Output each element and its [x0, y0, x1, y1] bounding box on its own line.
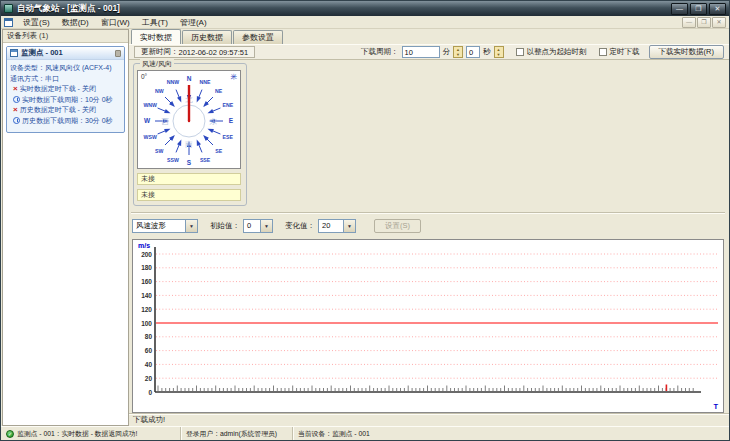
svg-text:140: 140 — [141, 292, 152, 299]
spin-down-icon[interactable]: ▼ — [495, 52, 503, 57]
menubar: 设置(S) 数据(D) 窗口(W) 工具(T) 管理(A) — ❐ ✕ — [1, 16, 729, 29]
clock-icon — [13, 117, 20, 124]
menu-tools[interactable]: 工具(T) — [136, 16, 174, 28]
timed-download-label: 定时下载 — [610, 47, 640, 57]
svg-text:W: W — [144, 117, 151, 124]
svg-text:60: 60 — [145, 347, 153, 354]
mdi-window-controls: — ❐ ✕ — [681, 17, 726, 28]
chevron-down-icon[interactable]: ▼ — [185, 220, 197, 232]
update-time-label: 更新时间： — [141, 47, 179, 57]
initial-value-label: 初始值： — [210, 221, 240, 231]
spin-down-icon[interactable]: ▼ — [454, 52, 462, 57]
seconds-input[interactable]: 0 — [466, 46, 480, 58]
status-device-cell: 当前设备：监测点 - 001 — [293, 427, 729, 440]
chevron-down-icon[interactable]: ▼ — [260, 220, 272, 232]
minutes-stepper[interactable]: ▲▼ — [453, 46, 463, 58]
maximize-button[interactable]: ❐ — [690, 3, 707, 15]
device-panel: 监测点 - 001 设备类型：风速风向仪 (ACFX-4) 通讯方式：串口 ×实… — [6, 46, 125, 133]
wind-speed-field: 未接 — [137, 173, 241, 185]
waveform-select[interactable]: 风速波形 ▼ — [132, 219, 198, 233]
svg-text:80: 80 — [145, 333, 153, 340]
horizontal-divider — [131, 212, 725, 214]
tab-strip: 实时数据 历史数据 参数设置 — [129, 29, 729, 44]
wind-degree-value: 0° — [141, 73, 147, 80]
svg-text:40: 40 — [145, 361, 153, 368]
delta-value-label: 变化值： — [285, 221, 315, 231]
device-comm-line: 通讯方式：串口 — [10, 74, 122, 85]
download-status-message: 下载成功! — [129, 413, 729, 426]
x-icon: × — [13, 85, 18, 93]
realtime-period-line: 实时数据下载周期：10分 0秒 — [10, 95, 122, 106]
device-list: 监测点 - 001 设备类型：风速风向仪 (ACFX-4) 通讯方式：串口 ×实… — [3, 43, 128, 425]
svg-text:SE: SE — [215, 148, 222, 154]
svg-text:西: 西 — [161, 117, 169, 126]
svg-text:ESE: ESE — [223, 134, 234, 140]
svg-text:120: 120 — [141, 306, 152, 313]
svg-text:ENE: ENE — [222, 102, 233, 108]
svg-text:E: E — [229, 117, 234, 124]
svg-text:160: 160 — [141, 278, 152, 285]
wind-speed-chart: m/s 020406080100120140160180200 T — [132, 239, 724, 413]
status-message-cell: ✓ 监测点 - 001：实时数据 - 数据返回成功! — [1, 427, 181, 440]
menu-data[interactable]: 数据(D) — [56, 16, 95, 28]
update-time-box: 更新时间： 2012-06-02 09:57:51 — [134, 46, 255, 58]
history-timer-line: ×历史数据定时下载 - 关闭 — [10, 105, 122, 116]
mdi-close-button[interactable]: ✕ — [712, 17, 726, 28]
device-panel-body: 设备类型：风速风向仪 (ACFX-4) 通讯方式：串口 ×实时数据定时下载 - … — [7, 60, 124, 132]
status-user-cell: 登录用户：admin(系统管理员) — [181, 427, 293, 440]
device-icon — [10, 49, 18, 57]
mdi-child-icon[interactable] — [4, 18, 13, 27]
pin-icon[interactable] — [115, 50, 121, 57]
svg-text:WSW: WSW — [144, 134, 157, 140]
tab-history-data[interactable]: 历史数据 — [182, 30, 232, 44]
svg-text:SSE: SSE — [200, 157, 211, 163]
realtime-timer-line: ×实时数据定时下载 - 关闭 — [10, 84, 122, 95]
device-panel-header[interactable]: 监测点 - 001 — [7, 47, 124, 60]
start-on-hour-label: 以整点为起始时刻 — [527, 47, 587, 57]
chevron-down-icon[interactable]: ▼ — [343, 220, 355, 232]
svg-text:NNE: NNE — [200, 79, 211, 85]
initial-value-select[interactable]: 0 ▼ — [243, 219, 273, 233]
svg-text:S: S — [187, 159, 192, 166]
settings-button[interactable]: 设置(S) — [374, 219, 421, 233]
download-controls: 下载周期： 10 分 ▲▼ 0 秒 ▲▼ 以整点为起始时刻 定时下载 下载实时数… — [361, 45, 724, 59]
success-check-icon: ✓ — [6, 430, 14, 438]
seconds-stepper[interactable]: ▲▼ — [494, 46, 504, 58]
svg-text:0: 0 — [148, 389, 152, 396]
device-title: 监测点 - 001 — [21, 48, 115, 58]
wind-compass: 0° 米 NNNENEENEEESESESSESSSWSWWSWWWNWNWNN… — [137, 70, 241, 169]
download-realtime-button[interactable]: 下载实时数据(R) — [649, 45, 724, 59]
close-button[interactable]: ✕ — [709, 3, 726, 15]
minutes-unit-label: 分 — [443, 47, 451, 57]
timed-download-checkbox[interactable] — [599, 48, 607, 56]
mdi-minimize-button[interactable]: — — [682, 17, 696, 28]
tab-realtime-data[interactable]: 实时数据 — [131, 29, 181, 44]
mdi-restore-button[interactable]: ❐ — [697, 17, 711, 28]
minutes-input[interactable]: 10 — [402, 46, 440, 58]
menu-admin[interactable]: 管理(A) — [174, 16, 213, 28]
chart-controls-row: 风速波形 ▼ 初始值： 0 ▼ 变化值： 20 ▼ 设置(S) — [132, 218, 421, 233]
chart-x-unit-label: T — [713, 402, 718, 411]
svg-text:200: 200 — [141, 251, 152, 258]
svg-text:SW: SW — [155, 148, 163, 154]
main-area: 实时数据 历史数据 参数设置 更新时间： 2012-06-02 09:57:51… — [129, 29, 729, 426]
seconds-unit-label: 秒 — [483, 47, 491, 57]
app-icon — [4, 4, 13, 13]
delta-value-select[interactable]: 20 ▼ — [318, 219, 356, 233]
start-on-hour-checkbox[interactable] — [516, 48, 524, 56]
svg-text:WNW: WNW — [143, 102, 157, 108]
statusbar: ✓ 监测点 - 001：实时数据 - 数据返回成功! 登录用户：admin(系统… — [1, 426, 729, 440]
minimize-button[interactable]: — — [671, 3, 688, 15]
menu-settings[interactable]: 设置(S) — [17, 16, 56, 28]
svg-text:100: 100 — [141, 320, 152, 327]
wind-groupbox-label: 风速/风向 — [140, 59, 174, 68]
tab-parameter-settings[interactable]: 参数设置 — [233, 30, 283, 44]
device-list-sidebar: 设备列表 (1) 监测点 - 001 设备类型：风速风向仪 (ACFX-4) 通… — [2, 29, 129, 426]
svg-text:SSW: SSW — [167, 157, 179, 163]
history-period-line: 历史数据下载周期：30分 0秒 — [10, 116, 122, 127]
wind-unit-label: 米 — [231, 73, 238, 82]
svg-text:NNW: NNW — [167, 79, 179, 85]
chart-plot-svg: 020406080100120140160180200 — [133, 240, 723, 412]
menu-window[interactable]: 窗口(W) — [95, 16, 136, 28]
wind-groupbox: 风速/风向 0° 米 NNNENEENEEESESESSESSSWSWWSWWW… — [133, 63, 247, 206]
